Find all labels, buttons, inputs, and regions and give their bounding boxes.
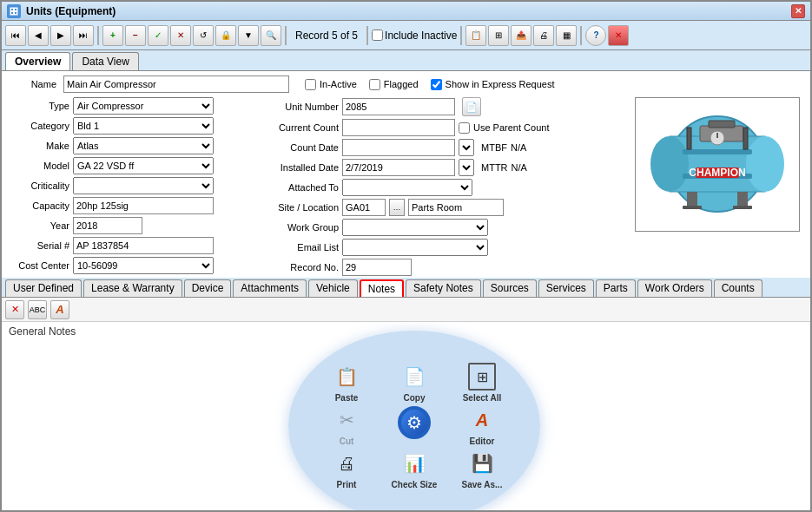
name-input[interactable] <box>63 75 289 93</box>
save-as-menu-item[interactable]: 💾 Save As... <box>450 450 514 489</box>
tab-counts[interactable]: Counts <box>714 279 762 297</box>
serial-input[interactable] <box>73 237 214 254</box>
category-select[interactable]: Bld 1 <box>73 117 214 135</box>
show-express-checkbox[interactable] <box>431 79 442 90</box>
tab-work-orders[interactable]: Work Orders <box>637 279 712 297</box>
cost-center-label: Cost Center <box>9 260 69 271</box>
first-record-button[interactable]: ⏮ <box>5 25 26 46</box>
include-inactive-checkbox[interactable] <box>372 30 383 41</box>
copy-label: Copy <box>404 393 426 403</box>
copy-menu-item[interactable]: 📄 Copy <box>382 363 446 403</box>
copy-icon-button[interactable]: 📋 <box>465 25 486 46</box>
serial-label: Serial # <box>9 240 69 251</box>
last-record-button[interactable]: ⏭ <box>73 25 94 46</box>
make-row: Make Atlas <box>9 137 252 154</box>
window-title: Units (Equipment) <box>26 5 786 17</box>
email-list-label: Email List <box>261 242 339 253</box>
notes-spell-button[interactable]: ABC <box>28 300 47 319</box>
next-record-button[interactable]: ▶ <box>50 25 71 46</box>
current-count-input[interactable] <box>342 119 455 136</box>
close-toolbar-button[interactable]: ✕ <box>608 25 629 46</box>
editor-menu-item[interactable]: A Editor <box>450 406 514 446</box>
make-select[interactable]: Atlas <box>73 137 214 154</box>
installed-date-input[interactable] <box>342 159 455 176</box>
save-as-icon: 💾 <box>468 450 496 477</box>
separator-4 <box>460 26 462 45</box>
tab-device[interactable]: Device <box>184 279 232 297</box>
refresh-button[interactable]: ↺ <box>193 25 214 46</box>
capacity-input[interactable] <box>73 197 214 214</box>
inactive-checkbox[interactable] <box>305 79 316 90</box>
mtbf-label: MTBF <box>481 142 507 153</box>
svg-rect-0 <box>10 7 18 16</box>
tab-attachments[interactable]: Attachments <box>233 279 307 297</box>
tab-notes[interactable]: Notes <box>360 279 404 297</box>
attached-to-select[interactable] <box>342 179 472 196</box>
parts-room-input[interactable] <box>408 199 504 216</box>
print-menu-item[interactable]: 🖨 Print <box>314 450 379 489</box>
include-inactive-label: Include Inactive <box>385 30 457 42</box>
current-count-label: Current Count <box>261 122 339 133</box>
paste-menu-item[interactable]: 📋 Paste <box>314 363 379 403</box>
svg-rect-12 <box>709 121 735 128</box>
barcode-button[interactable]: ▦ <box>556 25 577 46</box>
tab-safety-notes[interactable]: Safety Notes <box>406 279 481 297</box>
search-button[interactable]: 🔍 <box>261 25 281 46</box>
print-icon: 🖨 <box>333 450 360 477</box>
tab-services[interactable]: Services <box>538 279 594 297</box>
help-button[interactable]: ? <box>585 25 606 46</box>
check-size-icon: 📊 <box>400 450 428 477</box>
window-icon <box>7 4 21 18</box>
work-group-label: Work Group <box>261 222 339 233</box>
close-button[interactable]: ✕ <box>791 4 805 18</box>
type-select[interactable]: Air Compressor <box>73 97 214 115</box>
record-no-input[interactable] <box>342 259 412 276</box>
notes-format-button[interactable]: A <box>50 300 69 319</box>
use-parent-count-checkbox[interactable] <box>459 122 470 134</box>
model-select[interactable]: GA 22 VSD ff <box>73 157 214 174</box>
count-date-select[interactable]: ▼ <box>459 139 474 156</box>
tab-overview[interactable]: Overview <box>5 52 70 70</box>
prev-record-button[interactable]: ◀ <box>28 25 49 46</box>
tab-vehicle[interactable]: Vehicle <box>308 279 358 297</box>
tab-user-defined[interactable]: User Defined <box>5 279 82 297</box>
criticality-select[interactable] <box>73 177 214 194</box>
tab-lease-warranty[interactable]: Lease & Warranty <box>83 279 182 297</box>
cancel-button[interactable]: ✕ <box>170 25 191 46</box>
tab-data-view[interactable]: Data View <box>72 52 138 70</box>
site-input[interactable] <box>342 199 386 216</box>
save-button[interactable]: ✓ <box>148 25 168 46</box>
filter-button[interactable]: ▼ <box>238 25 259 46</box>
print-label: Print <box>337 480 357 489</box>
grid-button[interactable]: ⊞ <box>488 25 509 46</box>
email-list-select[interactable] <box>342 239 488 256</box>
flagged-label: Flagged <box>384 79 419 89</box>
tab-parts[interactable]: Parts <box>596 279 636 297</box>
tab-sources[interactable]: Sources <box>483 279 537 297</box>
check-size-menu-item[interactable]: 📊 Check Size <box>382 450 446 489</box>
name-row: Name In-Active Flagged Show in Express R… <box>9 75 803 93</box>
flagged-checkbox[interactable] <box>369 79 380 90</box>
work-group-select[interactable] <box>342 219 488 236</box>
doc-button[interactable]: 📄 <box>462 97 481 116</box>
cost-center-select[interactable]: 10-56099 <box>73 257 214 274</box>
cost-center-row: Cost Center 10-56099 <box>9 257 252 274</box>
count-date-input[interactable] <box>342 139 455 156</box>
notes-area[interactable]: General Notes 📋 Paste 📄 Copy <box>2 322 810 510</box>
site-browse-button[interactable]: … <box>389 199 405 216</box>
notes-delete-button[interactable]: ✕ <box>5 300 24 319</box>
installed-date-select[interactable]: ▼ <box>459 159 474 176</box>
delete-button[interactable]: − <box>125 25 146 46</box>
select-all-menu-item[interactable]: ⊞ Select All <box>450 363 514 403</box>
count-date-label: Count Date <box>261 142 339 153</box>
lock-button[interactable]: 🔒 <box>215 25 236 46</box>
print-button[interactable]: 🖨 <box>533 25 554 46</box>
year-input[interactable] <box>73 217 142 234</box>
unit-number-row: Unit Number 📄 <box>261 97 549 116</box>
add-button[interactable]: + <box>102 25 123 46</box>
settings-center-item[interactable]: ⚙ <box>382 406 446 446</box>
cut-menu-item[interactable]: ✂ Cut <box>314 406 379 446</box>
export-button[interactable]: 📤 <box>511 25 531 46</box>
unit-number-input[interactable] <box>342 98 455 115</box>
svg-rect-16 <box>737 192 748 207</box>
